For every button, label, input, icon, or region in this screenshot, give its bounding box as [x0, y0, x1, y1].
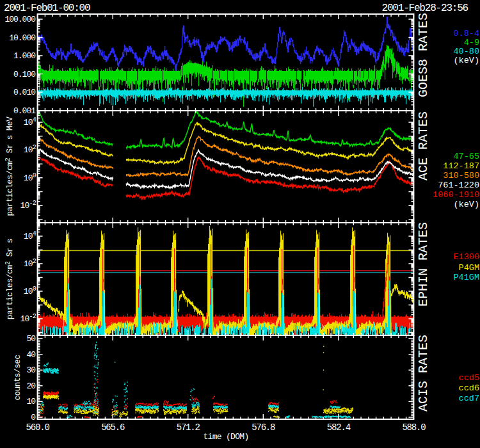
svg-text:40-80: 40-80 — [453, 47, 479, 56]
svg-text:GOES8 RATES: GOES8 RATES — [416, 13, 431, 97]
svg-text:ccd6: ccd6 — [459, 383, 479, 393]
svg-text:582.4: 582.4 — [327, 422, 351, 433]
svg-text:particles/cm2 Sr s MeV: particles/cm2 Sr s MeV — [4, 116, 15, 216]
svg-text:ACIS RATES: ACIS RATES — [416, 335, 431, 412]
svg-text:100.000: 100.000 — [4, 15, 35, 24]
svg-text:560.0: 560.0 — [26, 422, 50, 433]
svg-text:47-65: 47-65 — [453, 152, 479, 161]
svg-text:310-580: 310-580 — [443, 171, 479, 180]
svg-text:565.6: 565.6 — [101, 422, 125, 433]
svg-text:1.000: 1.000 — [13, 51, 35, 61]
svg-text:time (DOM): time (DOM) — [203, 432, 248, 442]
svg-text:10: 10 — [26, 397, 35, 406]
svg-text:(keV): (keV) — [453, 200, 479, 209]
svg-text:EPHIN RATES: EPHIN RATES — [416, 222, 431, 307]
svg-text:particles/cm2 Sr s: particles/cm2 Sr s — [4, 239, 15, 319]
svg-text:0.010: 0.010 — [13, 88, 35, 97]
svg-text:ACE RATES: ACE RATES — [416, 111, 431, 180]
svg-text:ccd7: ccd7 — [459, 394, 479, 403]
svg-text:2001-Feb01-00:00: 2001-Feb01-00:00 — [4, 3, 90, 14]
svg-text:112-187: 112-187 — [443, 161, 479, 171]
svg-text:50: 50 — [26, 334, 35, 344]
svg-text:0.8-4: 0.8-4 — [453, 29, 479, 38]
svg-text:576.8: 576.8 — [252, 422, 275, 433]
svg-text:761-1220: 761-1220 — [438, 180, 479, 190]
svg-text:0: 0 — [31, 413, 35, 422]
svg-text:P41GM: P41GM — [453, 273, 479, 282]
svg-text:ccd5: ccd5 — [459, 373, 479, 383]
svg-text:counts/sec: counts/sec — [13, 355, 22, 400]
svg-text:P4GM: P4GM — [459, 263, 479, 273]
svg-text:1060-1910: 1060-1910 — [433, 190, 479, 200]
svg-text:10.000: 10.000 — [9, 33, 35, 43]
svg-text:20: 20 — [26, 381, 35, 391]
svg-text:(keV): (keV) — [453, 56, 479, 65]
svg-text:0.001: 0.001 — [13, 106, 36, 116]
svg-text:30: 30 — [26, 365, 35, 375]
svg-text:4-9: 4-9 — [464, 38, 479, 47]
svg-text:E1300: E1300 — [453, 252, 479, 262]
svg-text:40: 40 — [26, 350, 35, 360]
svg-text:588.0: 588.0 — [402, 422, 426, 433]
svg-text:2001-Feb28-23:56: 2001-Feb28-23:56 — [382, 3, 468, 14]
svg-text:0.100: 0.100 — [13, 70, 35, 79]
svg-text:571.2: 571.2 — [177, 422, 200, 433]
